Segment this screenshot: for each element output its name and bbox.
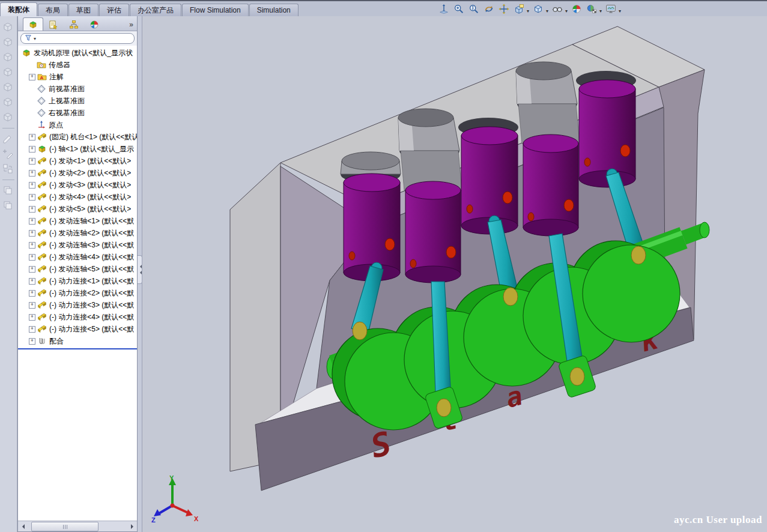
tree-item[interactable]: +(-) 轴<1> (默认<默认_显示: [18, 143, 137, 155]
tree-item-label: (-) 动力连接<1> (默认<<默: [49, 276, 134, 286]
expand-icon[interactable]: +: [29, 254, 35, 261]
expand-icon[interactable]: +: [29, 170, 35, 177]
command-tab[interactable]: 布局: [38, 4, 68, 16]
tree-item[interactable]: 传感器: [18, 59, 137, 71]
tree-item[interactable]: +(-) 发动连轴<3> (默认<<默: [18, 239, 137, 251]
tree-item[interactable]: 上视基准面: [18, 95, 137, 107]
standard-view-icon-7[interactable]: [2, 111, 15, 124]
tree-item[interactable]: +(-) 发动<3> (默认<<默认>: [18, 179, 137, 191]
command-tab[interactable]: 办公室产品: [130, 4, 181, 16]
standard-view-icon-3[interactable]: [2, 51, 15, 64]
zoom-to-area-icon[interactable]: [452, 3, 465, 15]
tree-item-label: 发动机原理 (默认<默认_显示状: [34, 48, 133, 58]
layered-view-icon-1[interactable]: [2, 184, 15, 197]
expand-icon[interactable]: +: [29, 158, 35, 165]
rotate-view-icon[interactable]: [482, 3, 496, 15]
command-tab[interactable]: Flow Simulation: [182, 4, 249, 16]
apply-scene-icon[interactable]: [585, 3, 598, 15]
graphics-viewport[interactable]: S t a r k: [142, 16, 767, 532]
expand-icon[interactable]: +: [29, 134, 35, 141]
layered-view-icon-2[interactable]: [2, 199, 15, 212]
expand-icon[interactable]: +: [29, 146, 35, 153]
tree-item[interactable]: +(-) 发动<1> (默认<<默认>: [18, 155, 137, 167]
propertymanager-tab[interactable]: [43, 17, 64, 31]
annotation-icon: A: [37, 72, 47, 82]
scroll-left-button[interactable]: [18, 522, 27, 531]
dropdown-caret-icon[interactable]: ▾: [619, 8, 621, 14]
command-tab[interactable]: Simulation: [249, 4, 299, 16]
tree-item[interactable]: +(-) 发动连轴<4> (默认<<默: [18, 251, 137, 263]
tree-item[interactable]: +(-) 动力连接<4> (默认<<默: [18, 311, 137, 323]
edit-appearance-icon[interactable]: [570, 3, 583, 15]
scrollbar-thumb[interactable]: [31, 522, 99, 531]
expand-icon[interactable]: +: [29, 278, 35, 285]
featuremanager-tab[interactable]: [23, 17, 43, 31]
standard-view-icon-6[interactable]: [2, 96, 15, 109]
tree-item[interactable]: +(-) 动力连接<3> (默认<<默: [18, 299, 137, 311]
expand-icon[interactable]: +: [29, 206, 35, 213]
display-style-icon[interactable]: [551, 3, 564, 15]
expand-icon[interactable]: +: [29, 302, 35, 309]
tree-item[interactable]: 前视基准面: [18, 83, 137, 95]
tree-filter-input[interactable]: ▾: [20, 33, 135, 44]
pan-icon[interactable]: [497, 3, 511, 15]
tree-item[interactable]: +A注解: [18, 71, 137, 83]
expand-icon[interactable]: +: [29, 338, 35, 345]
tree-horizontal-scrollbar[interactable]: [18, 521, 137, 531]
tree-item[interactable]: +(-) 动力连接<1> (默认<<默: [18, 275, 137, 287]
manager-tabs-overflow-button[interactable]: »: [129, 20, 133, 31]
expand-icon[interactable]: +: [29, 194, 35, 201]
section-view-icon[interactable]: [512, 3, 526, 15]
standard-view-icon-4[interactable]: [2, 66, 15, 79]
expand-icon[interactable]: +: [29, 182, 35, 189]
expand-icon[interactable]: +: [29, 74, 35, 80]
tree-item[interactable]: +(-) 发动连轴<2> (默认<<默: [18, 227, 137, 239]
tree-item[interactable]: +(-) 发动<5> (默认<<默认>: [18, 203, 137, 215]
tree-root-item[interactable]: 发动机原理 (默认<默认_显示状: [18, 47, 137, 59]
panel-collapse-handle[interactable]: [138, 255, 142, 284]
add-sketch-icon[interactable]: [2, 148, 15, 160]
engine-assembly-model[interactable]: S t a r k: [142, 16, 767, 532]
sketch-icon[interactable]: [2, 133, 15, 145]
tree-item-label: (-) 发动<3> (默认<<默认>: [49, 180, 131, 190]
scroll-right-button[interactable]: [128, 522, 137, 531]
command-tab[interactable]: 装配体: [0, 2, 37, 16]
command-tab[interactable]: 评估: [99, 4, 129, 16]
svg-text:X: X: [194, 515, 199, 522]
dropdown-caret-icon[interactable]: ▾: [546, 8, 548, 14]
tree-item[interactable]: +(固定) 机台<1> (默认<<默认: [18, 131, 137, 143]
command-tab-bar: 装配体布局草图评估办公室产品Flow SimulationSimulation …: [0, 0, 767, 16]
dropdown-caret-icon[interactable]: ▾: [527, 8, 529, 14]
expand-icon[interactable]: +: [29, 326, 35, 333]
configurationmanager-tab[interactable]: [64, 17, 84, 31]
view-settings-icon[interactable]: [604, 3, 617, 15]
command-tab[interactable]: 草图: [68, 4, 99, 16]
expand-icon[interactable]: +: [29, 218, 35, 225]
expand-icon[interactable]: +: [29, 230, 35, 237]
zoom-to-fit-icon[interactable]: [437, 3, 450, 15]
expand-icon[interactable]: +: [29, 314, 35, 321]
standard-view-icon-2[interactable]: [2, 36, 15, 49]
tree-item[interactable]: 原点: [18, 119, 137, 131]
zoom-in-out-icon[interactable]: [467, 3, 481, 15]
view-orientation-icon[interactable]: [532, 3, 545, 15]
tree-item[interactable]: +(-) 发动<2> (默认<<默认>: [18, 167, 137, 179]
standard-view-icon-1[interactable]: [2, 21, 15, 34]
tree-item[interactable]: +(-) 动力连接<2> (默认<<默: [18, 287, 137, 299]
tree-item[interactable]: +(-) 发动连轴<1> (默认<<默: [18, 215, 137, 227]
dropdown-caret-icon[interactable]: ▾: [599, 8, 602, 14]
expand-icon[interactable]: +: [29, 242, 35, 249]
dropdown-caret-icon[interactable]: ▾: [565, 8, 568, 14]
displaymanager-tab[interactable]: [84, 17, 105, 31]
filter-caret-icon[interactable]: ▾: [34, 36, 36, 41]
reorder-icon[interactable]: [2, 163, 15, 175]
expand-icon[interactable]: +: [29, 290, 35, 297]
standard-view-icon-5[interactable]: [2, 81, 15, 94]
panel-splitter[interactable]: [138, 16, 142, 532]
tree-item[interactable]: 右视基准面: [18, 107, 137, 119]
tree-item[interactable]: +(-) 动力连接<5> (默认<<默: [18, 323, 137, 335]
tree-item[interactable]: +(-) 发动连轴<5> (默认<<默: [18, 263, 137, 275]
expand-icon[interactable]: +: [29, 266, 35, 273]
tree-item[interactable]: +配合: [18, 335, 137, 347]
tree-item[interactable]: +(-) 发动<4> (默认<<默认>: [18, 191, 137, 203]
